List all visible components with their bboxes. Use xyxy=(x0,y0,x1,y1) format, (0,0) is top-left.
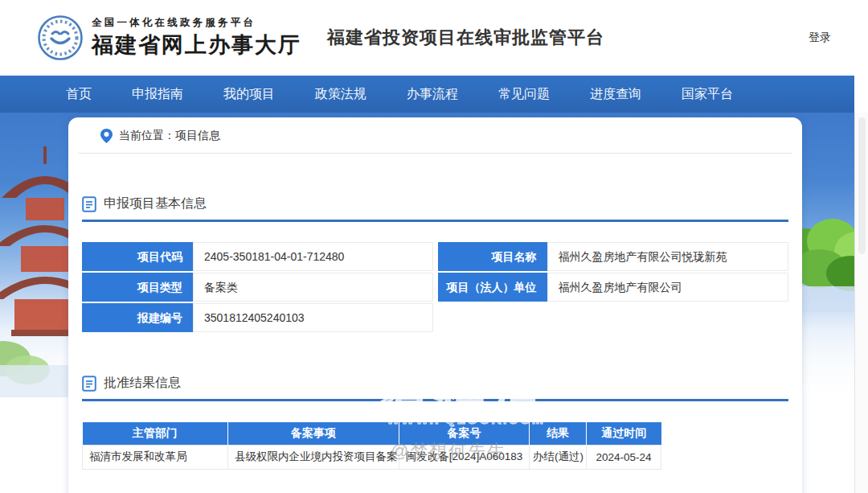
field-value: 2405-350181-04-01-712480 xyxy=(193,242,433,271)
col-header-record-item: 备案事项 xyxy=(228,422,399,445)
nav-item-projects[interactable]: 我的项目 xyxy=(223,86,275,103)
basic-info-table: 项目代码 2405-350181-04-01-712480 项目类型 备案类 报… xyxy=(82,242,788,332)
nav-item-home[interactable]: 首页 xyxy=(66,86,92,103)
location-pin-icon xyxy=(100,129,113,143)
site-logo-icon xyxy=(37,14,84,61)
section-basic-info-header: 申报项目基本信息 xyxy=(82,195,788,212)
field-value: 福州久盈房地产有限公司悦珑新苑 xyxy=(547,242,789,271)
table-row: 福清市发展和改革局 县级权限内企业境内投资项目备案 闽发改备[2024]A060… xyxy=(83,445,661,469)
page-title: 福建省投资项目在线审批监管平台 xyxy=(327,26,604,50)
logo-text-block: 全国一体化在线政务服务平台 福建省网上办事大厅 xyxy=(92,16,301,60)
section-approval-result-title: 批准结果信息 xyxy=(104,375,181,392)
page-scrollbar[interactable] xyxy=(854,113,868,493)
nav-item-progress[interactable]: 进度查询 xyxy=(590,86,641,103)
nav-item-policy[interactable]: 政策法规 xyxy=(315,86,366,103)
section-underline xyxy=(82,399,788,401)
site-logo-group: 全国一体化在线政务服务平台 福建省网上办事大厅 xyxy=(37,14,301,61)
approval-result-table: 主管部门 备案事项 备案号 结果 通过时间 福清市发展和改革局 县级权限内企业境… xyxy=(82,422,661,470)
content-card: 当前位置：项目信息 申报项目基本信息 项目代码 2405-350181-04 xyxy=(68,117,802,493)
breadcrumb: 当前位置：项目信息 xyxy=(78,117,792,154)
login-button[interactable]: 登录 xyxy=(809,31,831,45)
section-underline xyxy=(82,220,788,222)
cell-result: 办结(通过) xyxy=(530,445,587,469)
breadcrumb-label: 当前位置：项目信息 xyxy=(119,129,220,143)
nav-item-faq[interactable]: 常见问题 xyxy=(498,86,550,103)
cell-record-item: 县级权限内企业境内投资项目备案 xyxy=(228,445,399,469)
field-label: 项目名称 xyxy=(438,242,547,271)
field-legal-entity: 项目（法人）单位 福州久盈房地产有限公司 xyxy=(438,273,789,302)
logo-big-text: 福建省网上办事大厅 xyxy=(92,31,301,60)
cell-department: 福清市发展和改革局 xyxy=(83,445,228,469)
col-header-department: 主管部门 xyxy=(83,422,228,445)
field-label: 报建编号 xyxy=(82,303,193,332)
logo-small-text: 全国一体化在线政务服务平台 xyxy=(92,16,301,30)
section-basic-info-title: 申报项目基本信息 xyxy=(104,195,207,212)
section-approval-result-header: 批准结果信息 xyxy=(82,375,788,392)
site-header: 全国一体化在线政务服务平台 福建省网上办事大厅 福建省投资项目在线审批监管平台 … xyxy=(0,0,868,76)
basic-info-right-column: 项目名称 福州久盈房地产有限公司悦珑新苑 项目（法人）单位 福州久盈房地产有限公… xyxy=(438,242,789,332)
table-header-row: 主管部门 备案事项 备案号 结果 通过时间 xyxy=(83,422,661,445)
col-header-pass-date: 通过时间 xyxy=(587,422,661,445)
nav-item-guide[interactable]: 申报指南 xyxy=(132,86,183,103)
main-nav: 首页 申报指南 我的项目 政策法规 办事流程 常见问题 进度查询 国家平台 xyxy=(0,76,854,113)
field-value: 福州久盈房地产有限公司 xyxy=(547,273,789,302)
col-header-record-no: 备案号 xyxy=(399,422,530,445)
cell-pass-date: 2024-05-24 xyxy=(587,445,661,469)
page-background: 当前位置：项目信息 申报项目基本信息 项目代码 2405-350181-04 xyxy=(0,113,868,493)
nav-item-national[interactable]: 国家平台 xyxy=(682,86,733,103)
nav-item-process[interactable]: 办事流程 xyxy=(407,86,458,103)
field-project-code: 项目代码 2405-350181-04-01-712480 xyxy=(82,242,433,271)
col-header-result: 结果 xyxy=(530,422,587,445)
card-content: 申报项目基本信息 项目代码 2405-350181-04-01-712480 项… xyxy=(68,195,802,470)
field-project-name: 项目名称 福州久盈房地产有限公司悦珑新苑 xyxy=(438,242,789,271)
field-label: 项目代码 xyxy=(82,242,193,271)
field-construction-no: 报建编号 3501812405240103 xyxy=(82,303,433,332)
scrollbar-thumb[interactable] xyxy=(858,117,866,254)
document-icon xyxy=(82,376,96,392)
field-label: 项目（法人）单位 xyxy=(438,273,547,302)
document-icon xyxy=(82,196,96,212)
field-value: 3501812405240103 xyxy=(193,303,433,332)
cell-record-no: 闽发改备[2024]A060183 xyxy=(399,445,530,469)
field-project-type: 项目类型 备案类 xyxy=(82,273,433,302)
field-label: 项目类型 xyxy=(82,273,193,302)
basic-info-left-column: 项目代码 2405-350181-04-01-712480 项目类型 备案类 报… xyxy=(82,242,433,332)
field-value: 备案类 xyxy=(193,273,433,302)
